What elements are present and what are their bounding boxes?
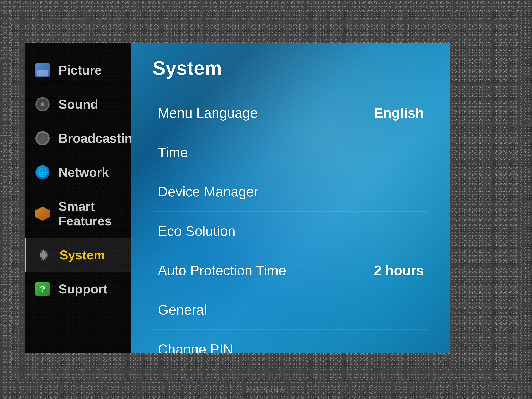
sidebar-label-support: Support	[58, 282, 108, 296]
broadcasting-icon	[35, 131, 50, 146]
smart-features-icon	[35, 207, 50, 221]
tv-brand-label: SAMSUNG	[247, 387, 285, 394]
sidebar-item-smart-features[interactable]: Smart Features	[25, 189, 131, 238]
eco-solution-label: Eco Solution	[158, 223, 235, 239]
picture-icon	[35, 63, 50, 77]
system-panel: System Menu Language English Time Device…	[131, 43, 450, 353]
menu-language-label: Menu Language	[158, 105, 258, 121]
change-pin-label: Change PIN	[158, 341, 233, 353]
support-icon: ?	[35, 282, 50, 296]
sidebar-label-smart-features: Smart Features	[58, 199, 120, 228]
sidebar-label-sound: Sound	[58, 97, 98, 112]
tv-screen: Picture Sound Broadcasting 🌐	[11, 11, 521, 381]
auto-protection-time-value: 2 hours	[374, 262, 424, 279]
menu-item-time[interactable]: Time	[152, 133, 429, 172]
sidebar-item-picture[interactable]: Picture	[25, 53, 131, 87]
sidebar-item-broadcasting[interactable]: Broadcasting	[25, 121, 131, 155]
system-menu-items: Menu Language English Time Device Manage…	[152, 94, 429, 353]
menu-item-general[interactable]: General	[152, 290, 429, 330]
menu-container: Picture Sound Broadcasting 🌐	[25, 43, 450, 353]
time-label: Time	[158, 144, 188, 160]
network-icon: 🌐	[35, 165, 50, 179]
sidebar: Picture Sound Broadcasting 🌐	[25, 43, 131, 353]
menu-item-eco-solution[interactable]: Eco Solution	[152, 212, 429, 251]
sidebar-label-picture: Picture	[58, 63, 102, 77]
menu-item-change-pin[interactable]: Change PIN	[152, 330, 429, 353]
menu-item-menu-language[interactable]: Menu Language English	[152, 94, 429, 133]
general-label: General	[158, 302, 207, 318]
menu-item-device-manager[interactable]: Device Manager	[152, 172, 429, 212]
sidebar-item-network[interactable]: 🌐 Network	[25, 155, 131, 189]
system-icon	[37, 248, 51, 262]
menu-language-value: English	[374, 105, 424, 121]
sidebar-label-network: Network	[58, 165, 109, 180]
sidebar-item-support[interactable]: ? Support	[25, 272, 131, 306]
sidebar-label-system: System	[60, 248, 105, 262]
sidebar-item-sound[interactable]: Sound	[25, 87, 131, 121]
menu-item-auto-protection-time[interactable]: Auto Protection Time 2 hours	[152, 251, 429, 290]
auto-protection-time-label: Auto Protection Time	[158, 262, 286, 279]
sidebar-label-broadcasting: Broadcasting	[58, 131, 140, 146]
panel-title: System	[152, 57, 429, 79]
device-manager-label: Device Manager	[158, 184, 259, 200]
sound-icon	[35, 97, 50, 111]
sidebar-item-system[interactable]: System	[25, 238, 131, 272]
